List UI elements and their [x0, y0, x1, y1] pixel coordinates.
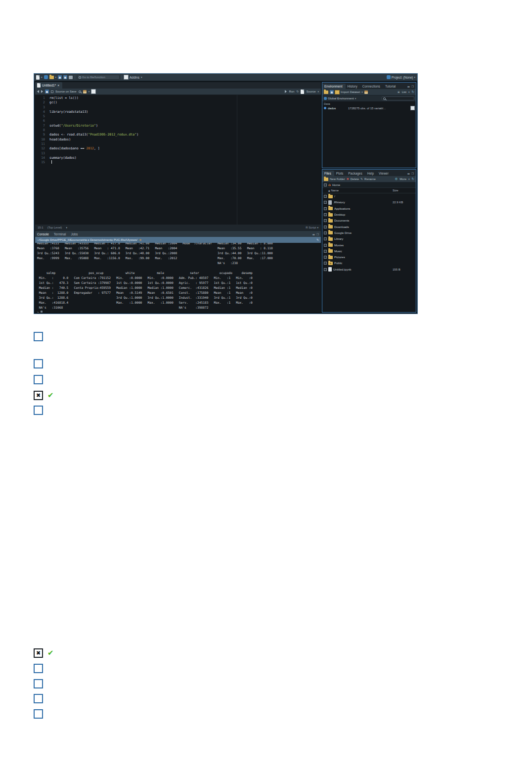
file-name[interactable]: Movies	[334, 244, 391, 247]
file-row[interactable]: Movies	[322, 242, 416, 248]
run-button[interactable]: Run	[289, 90, 294, 93]
file-name[interactable]: .Rhistory	[333, 201, 391, 204]
file-row[interactable]: /	[322, 193, 416, 199]
answer-checkbox[interactable]	[34, 375, 43, 384]
chevron-down-icon[interactable]: ▾	[55, 76, 57, 79]
answer-checkbox[interactable]	[34, 406, 43, 415]
file-checkbox[interactable]	[324, 201, 327, 204]
maximize-icon[interactable]: ❐	[316, 233, 319, 236]
new-file-icon[interactable]	[36, 75, 40, 80]
maximize-icon[interactable]: ❐	[411, 173, 414, 176]
more-button[interactable]: More	[399, 178, 406, 181]
minimize-icon[interactable]: ▬	[312, 233, 315, 236]
file-name[interactable]: Library	[334, 237, 391, 240]
tab-packages[interactable]: Packages	[346, 171, 365, 176]
save-icon[interactable]	[45, 90, 49, 93]
answer-checkbox[interactable]	[34, 679, 43, 688]
file-name[interactable]: Untitled.ipynb	[333, 268, 391, 271]
file-row[interactable]: Untitled.ipynb155 B	[322, 267, 416, 273]
close-icon[interactable]: ×	[57, 84, 59, 87]
new-folder-button[interactable]: New Folder	[330, 178, 345, 181]
file-checkbox[interactable]	[324, 231, 327, 234]
select-all-checkbox[interactable]	[324, 183, 327, 186]
file-name[interactable]: Downloads	[334, 226, 391, 229]
save-all-icon[interactable]	[63, 75, 67, 79]
open-in-files-icon[interactable]: ➜	[139, 238, 141, 241]
file-checkbox[interactable]	[324, 226, 327, 229]
answer-checkbox[interactable]	[34, 664, 43, 673]
rename-button[interactable]: Rename	[364, 178, 376, 181]
file-name[interactable]: Music	[334, 250, 391, 253]
file-checkbox[interactable]	[324, 219, 327, 222]
tab-connections[interactable]: Connections	[360, 84, 383, 89]
file-checkbox[interactable]	[324, 244, 327, 247]
file-checkbox[interactable]	[324, 195, 327, 198]
file-checkbox[interactable]	[324, 256, 327, 259]
chevron-down-icon[interactable]: ▾	[317, 91, 319, 93]
tab-jobs[interactable]: Jobs	[69, 231, 81, 237]
file-row[interactable]: Pictures	[322, 254, 416, 260]
tab-viewer[interactable]: Viewer	[377, 171, 392, 176]
chevron-down-icon[interactable]: ▾	[89, 91, 90, 93]
file-checkbox[interactable]	[324, 250, 327, 253]
file-row[interactable]: Downloads	[322, 224, 416, 229]
chevron-down-icon[interactable]: ▾	[408, 91, 410, 93]
breadcrumb-home[interactable]: Home	[332, 183, 340, 186]
maximize-icon[interactable]: ❐	[411, 86, 414, 89]
chevron-down-icon[interactable]: ▾	[41, 76, 43, 79]
import-dataset-button[interactable]: Import Dataset	[341, 91, 360, 93]
save-icon[interactable]	[58, 75, 62, 79]
file-name[interactable]: /	[334, 195, 391, 198]
refresh-icon[interactable]: ↻	[412, 91, 414, 94]
clear-objects-icon[interactable]	[364, 91, 368, 94]
size-column-header[interactable]: Size	[393, 189, 414, 192]
answer-checkbox[interactable]	[34, 332, 43, 341]
load-workspace-icon[interactable]	[324, 91, 328, 94]
addins-menu[interactable]: Addins	[130, 76, 139, 79]
file-row[interactable]: Applications	[322, 206, 416, 212]
answer-checkbox[interactable]	[34, 709, 43, 719]
file-name[interactable]: Desktop	[334, 213, 391, 216]
file-checkbox[interactable]	[324, 207, 327, 210]
chevron-down-icon[interactable]: ▾	[361, 91, 363, 93]
file-checkbox[interactable]	[324, 268, 327, 271]
rerun-icon[interactable]: ↻	[296, 90, 299, 93]
find-icon[interactable]	[79, 91, 81, 93]
file-checkbox[interactable]	[324, 237, 327, 240]
back-icon[interactable]	[37, 90, 39, 93]
file-row[interactable]: Public	[322, 260, 416, 266]
file-row[interactable]: .Rhistory22.9 KB	[322, 199, 416, 205]
console-prompt[interactable]: >	[37, 310, 321, 313]
answer-checkbox[interactable]	[34, 359, 43, 368]
code-tools-icon[interactable]	[83, 90, 87, 93]
tab-plots[interactable]: Plots	[334, 171, 346, 176]
tab-help[interactable]: Help	[365, 171, 377, 176]
source-on-save-checkbox[interactable]	[51, 91, 53, 93]
environment-object-row[interactable]: dados 1728275 obs. of 15 variabl…	[324, 106, 414, 110]
file-checkbox[interactable]	[324, 262, 327, 265]
code-editor[interactable]: 123456789101112131415 rm(list = ls())gc(…	[35, 95, 321, 225]
global-environment-selector[interactable]: Global Environment	[328, 97, 354, 100]
file-row[interactable]: Desktop	[322, 212, 416, 218]
file-checkbox[interactable]	[324, 213, 327, 216]
print-icon[interactable]	[69, 76, 73, 79]
tab-environment[interactable]: Environment	[322, 84, 346, 89]
tab-console[interactable]: Console	[35, 231, 52, 237]
tab-files[interactable]: Files	[322, 171, 334, 176]
tab-untitled1[interactable]: Untitled1* ×	[35, 82, 62, 89]
file-row[interactable]: Music	[322, 248, 416, 254]
refresh-icon[interactable]: ↻	[412, 178, 414, 181]
compile-report-icon[interactable]	[91, 90, 95, 93]
chevron-down-icon[interactable]: ▾	[355, 97, 356, 100]
project-menu[interactable]: Project: (None) ▾	[387, 75, 415, 79]
source-button[interactable]: Source	[306, 90, 315, 93]
filetype-selector[interactable]: R Script ▾	[306, 226, 318, 229]
open-file-icon[interactable]	[49, 76, 54, 79]
scope-selector[interactable]: (Top Level)	[47, 226, 62, 229]
goto-file-search[interactable]: Go to file/function	[77, 75, 120, 80]
minimize-icon[interactable]: ▬	[407, 86, 410, 89]
file-row[interactable]: Google Drive	[322, 230, 416, 236]
answer-checkbox[interactable]: ✖	[34, 648, 43, 658]
tab-terminal[interactable]: Terminal	[52, 231, 69, 237]
chevron-down-icon[interactable]: ▾	[408, 178, 410, 181]
